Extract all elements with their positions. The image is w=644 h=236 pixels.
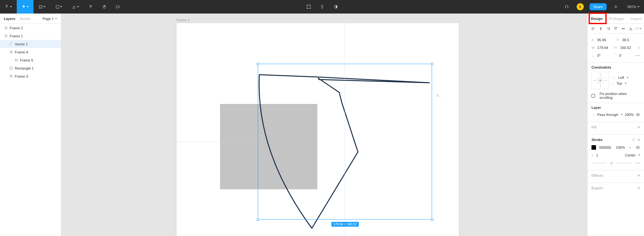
x-input[interactable]: 85.86 bbox=[597, 38, 606, 42]
align-left-button[interactable] bbox=[590, 24, 597, 33]
selection-handle-ne[interactable] bbox=[431, 63, 433, 65]
stroke-more-options[interactable]: ••• bbox=[635, 161, 640, 165]
radius-input[interactable]: 0 bbox=[619, 53, 621, 57]
mini-frame-label[interactable]: F... bbox=[437, 94, 441, 98]
layer-row-frame1[interactable]: Frame 1 bbox=[0, 32, 61, 40]
stroke-title: Stroke bbox=[591, 138, 602, 142]
hand-tool-button[interactable] bbox=[97, 0, 111, 14]
hand-icon bbox=[102, 5, 106, 9]
zoom-control[interactable]: 381% bbox=[623, 5, 644, 9]
stroke-align-select[interactable]: Center bbox=[625, 153, 636, 157]
align-vcenter-button[interactable] bbox=[620, 24, 627, 33]
rectangle-icon bbox=[9, 66, 13, 70]
swap-caps-icon[interactable]: ⇄ bbox=[610, 161, 613, 165]
effects-section[interactable]: Effects+ bbox=[588, 170, 644, 183]
shape-tool-button[interactable] bbox=[50, 0, 67, 14]
opacity-input[interactable]: 100% bbox=[625, 113, 634, 117]
add-export-button[interactable]: + bbox=[638, 185, 640, 191]
align-bottom-button[interactable] bbox=[627, 24, 634, 33]
frame-header-label[interactable]: Frame 1 bbox=[177, 18, 190, 22]
selection-bounds[interactable] bbox=[258, 64, 432, 220]
stroke-section: Stroke + 000000 100% − ≡ 1 Center ⇄ ••• bbox=[588, 135, 644, 170]
constraints-widget[interactable]: + bbox=[591, 72, 609, 89]
y-input[interactable]: 38.5 bbox=[622, 38, 629, 42]
blend-mode-select[interactable]: Pass through bbox=[597, 113, 618, 117]
selection-handle-sw[interactable] bbox=[257, 219, 259, 221]
chevron-down-icon bbox=[55, 18, 57, 19]
layer-row-frame2[interactable]: Frame 2 bbox=[0, 24, 61, 32]
width-input[interactable]: 179.64 bbox=[597, 46, 608, 50]
eye-icon[interactable] bbox=[636, 112, 640, 117]
pen-tool-button[interactable] bbox=[67, 0, 84, 14]
layer-row-frame3[interactable]: Frame 3 bbox=[0, 72, 61, 80]
assets-tab[interactable]: Assets bbox=[20, 17, 30, 21]
toolbar-left-group bbox=[0, 0, 124, 14]
constrain-proportions-icon[interactable]: ⇳ bbox=[637, 46, 640, 50]
constraint-v-select[interactable]: ↕Top bbox=[612, 81, 629, 85]
selection-frame-icon bbox=[306, 5, 311, 9]
frame-overlay-button[interactable] bbox=[302, 0, 315, 14]
inspect-tab[interactable]: Inspect bbox=[628, 14, 644, 24]
y-label: Y bbox=[617, 38, 621, 42]
distribute-button[interactable] bbox=[635, 24, 642, 33]
add-effect-button[interactable]: + bbox=[638, 173, 640, 178]
selection-handle-se[interactable] bbox=[431, 219, 433, 221]
rectangle-icon bbox=[55, 5, 60, 9]
rotation-input[interactable]: 0° bbox=[597, 53, 601, 57]
frame-icon bbox=[9, 50, 13, 54]
mask-button[interactable] bbox=[329, 0, 342, 14]
eye-icon[interactable] bbox=[636, 145, 640, 150]
fix-position-checkbox[interactable]: Fix position when scrolling bbox=[591, 92, 640, 99]
frame-icon bbox=[14, 58, 18, 62]
chevron-down-icon bbox=[60, 6, 62, 7]
add-fill-button[interactable]: + bbox=[638, 125, 640, 130]
export-section[interactable]: Export+ bbox=[588, 183, 644, 195]
text-tool-button[interactable] bbox=[84, 0, 97, 14]
stroke-color-swatch[interactable] bbox=[591, 145, 596, 150]
add-stroke-button[interactable]: + bbox=[638, 137, 640, 142]
stroke-weight-input[interactable]: 1 bbox=[596, 153, 598, 157]
page-selector[interactable]: Page 1 bbox=[43, 17, 57, 21]
svg-rect-2 bbox=[6, 6, 7, 7]
align-right-button[interactable] bbox=[605, 24, 612, 33]
align-top-button[interactable] bbox=[612, 24, 620, 33]
layer-row-vector1[interactable]: Vector 1 bbox=[0, 40, 61, 48]
more-options-icon[interactable]: ••• bbox=[635, 53, 640, 57]
prototype-tab[interactable]: Prototype bbox=[606, 14, 628, 24]
layers-tab[interactable]: Layers bbox=[4, 17, 15, 21]
artboard-frame2[interactable]: F... bbox=[437, 99, 443, 104]
stroke-hex-input[interactable]: 000000 bbox=[599, 146, 611, 149]
stroke-opacity-input[interactable]: 100% bbox=[616, 146, 625, 149]
layer-row-frame5[interactable]: Frame 5 bbox=[0, 56, 61, 64]
selection-handle-nw[interactable] bbox=[257, 63, 259, 65]
stroke-start-cap[interactable] bbox=[591, 163, 606, 163]
design-tab[interactable]: Design bbox=[588, 14, 606, 24]
frame-tool-button[interactable] bbox=[34, 0, 50, 14]
height-input[interactable]: 160.52 bbox=[620, 46, 631, 50]
headphones-button[interactable] bbox=[560, 0, 573, 14]
canvas[interactable]: Frame 1 179.64 × 160.52 F... bbox=[61, 14, 587, 236]
selection-dimension-badge: 179.64 × 160.52 bbox=[332, 222, 359, 227]
align-hcenter-button[interactable] bbox=[597, 24, 604, 33]
layer-label: Frame 5 bbox=[20, 58, 33, 62]
present-button[interactable] bbox=[609, 0, 623, 14]
layer-row-frame4[interactable]: Frame 4 bbox=[0, 48, 61, 56]
stroke-end-cap[interactable] bbox=[617, 163, 632, 163]
remove-stroke-button[interactable]: − bbox=[629, 146, 631, 149]
fill-section[interactable]: Fill+ bbox=[588, 122, 644, 135]
w-label: W bbox=[591, 46, 596, 50]
fill-title: Fill bbox=[591, 125, 597, 129]
user-avatar[interactable]: S bbox=[577, 3, 584, 10]
share-button[interactable]: Share bbox=[590, 3, 607, 10]
component-controls-button[interactable] bbox=[315, 0, 329, 14]
main-menu-button[interactable] bbox=[0, 0, 17, 14]
constraint-h-select[interactable]: ↔Left bbox=[612, 76, 629, 80]
top-toolbar: S Share 381% bbox=[0, 0, 644, 14]
svg-point-14 bbox=[637, 147, 638, 148]
stroke-style-icon[interactable] bbox=[632, 138, 635, 141]
comment-tool-button[interactable] bbox=[111, 0, 124, 14]
move-tool-button[interactable] bbox=[17, 0, 34, 14]
rotation-icon: ∟ bbox=[591, 54, 596, 57]
svg-rect-3 bbox=[7, 6, 8, 7]
layer-row-rectangle1[interactable]: Rectangle 1 bbox=[0, 64, 61, 72]
